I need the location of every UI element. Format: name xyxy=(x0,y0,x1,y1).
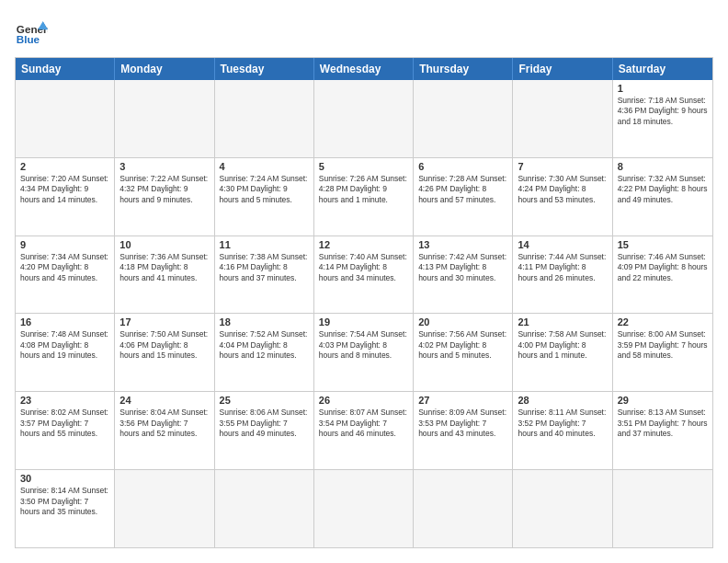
day-number: 29 xyxy=(618,395,708,406)
logo: General Blue xyxy=(15,15,48,48)
day-number: 28 xyxy=(518,395,607,406)
day-info: Sunrise: 7:18 AM Sunset: 4:36 PM Dayligh… xyxy=(618,96,708,127)
day-number: 10 xyxy=(119,239,209,250)
day-info: Sunrise: 8:13 AM Sunset: 3:51 PM Dayligh… xyxy=(618,408,708,439)
day-info: Sunrise: 7:20 AM Sunset: 4:34 PM Dayligh… xyxy=(20,174,109,205)
day-number: 5 xyxy=(319,161,408,172)
calendar-row-1: 2Sunrise: 7:20 AM Sunset: 4:34 PM Daylig… xyxy=(16,157,712,236)
calendar-cell: 18Sunrise: 7:52 AM Sunset: 4:04 PM Dayli… xyxy=(215,314,314,391)
day-info: Sunrise: 7:22 AM Sunset: 4:32 PM Dayligh… xyxy=(119,174,209,205)
calendar-cell: 10Sunrise: 7:36 AM Sunset: 4:18 PM Dayli… xyxy=(115,236,214,314)
day-number: 20 xyxy=(418,316,507,327)
svg-text:Blue: Blue xyxy=(17,33,40,45)
day-of-week-saturday: Saturday xyxy=(613,58,712,80)
calendar-cell: 14Sunrise: 7:44 AM Sunset: 4:11 PM Dayli… xyxy=(513,236,612,314)
day-number: 16 xyxy=(20,316,109,327)
calendar-cell xyxy=(215,80,314,157)
day-info: Sunrise: 7:24 AM Sunset: 4:30 PM Dayligh… xyxy=(220,174,309,205)
day-info: Sunrise: 7:50 AM Sunset: 4:06 PM Dayligh… xyxy=(119,329,209,361)
day-info: Sunrise: 8:04 AM Sunset: 3:56 PM Dayligh… xyxy=(119,408,209,439)
day-info: Sunrise: 7:54 AM Sunset: 4:03 PM Dayligh… xyxy=(319,329,408,361)
calendar-row-3: 16Sunrise: 7:48 AM Sunset: 4:08 PM Dayli… xyxy=(16,313,712,391)
calendar-cell xyxy=(115,80,214,157)
day-info: Sunrise: 7:56 AM Sunset: 4:02 PM Dayligh… xyxy=(418,329,507,361)
day-number: 27 xyxy=(418,395,507,406)
day-number: 30 xyxy=(20,473,109,484)
calendar-cell: 6Sunrise: 7:28 AM Sunset: 4:26 PM Daylig… xyxy=(414,158,513,236)
page: General Blue SundayMondayTuesdayWednesda… xyxy=(0,0,728,563)
day-number: 21 xyxy=(518,316,607,327)
calendar-row-4: 23Sunrise: 8:02 AM Sunset: 3:57 PM Dayli… xyxy=(16,391,712,469)
day-number: 13 xyxy=(418,239,507,250)
calendar-header: SundayMondayTuesdayWednesdayThursdayFrid… xyxy=(16,58,712,80)
day-info: Sunrise: 7:42 AM Sunset: 4:13 PM Dayligh… xyxy=(418,252,507,283)
day-number: 12 xyxy=(319,239,408,250)
day-number: 22 xyxy=(618,316,708,327)
day-of-week-monday: Monday xyxy=(115,58,214,80)
day-number: 18 xyxy=(220,316,309,327)
calendar: SundayMondayTuesdayWednesdayThursdayFrid… xyxy=(15,57,713,548)
calendar-cell: 23Sunrise: 8:02 AM Sunset: 3:57 PM Dayli… xyxy=(16,392,115,469)
calendar-cell xyxy=(115,470,214,547)
day-info: Sunrise: 7:46 AM Sunset: 4:09 PM Dayligh… xyxy=(618,252,708,283)
logo-icon: General Blue xyxy=(15,15,48,48)
day-number: 6 xyxy=(418,161,507,172)
day-number: 26 xyxy=(319,395,408,406)
day-info: Sunrise: 8:07 AM Sunset: 3:54 PM Dayligh… xyxy=(319,408,408,439)
calendar-cell xyxy=(16,80,115,157)
calendar-row-0: 1Sunrise: 7:18 AM Sunset: 4:36 PM Daylig… xyxy=(16,80,712,157)
day-info: Sunrise: 7:52 AM Sunset: 4:04 PM Dayligh… xyxy=(220,329,309,361)
calendar-cell: 4Sunrise: 7:24 AM Sunset: 4:30 PM Daylig… xyxy=(215,158,314,236)
calendar-cell: 19Sunrise: 7:54 AM Sunset: 4:03 PM Dayli… xyxy=(314,314,414,391)
calendar-cell xyxy=(314,470,414,547)
calendar-cell: 20Sunrise: 7:56 AM Sunset: 4:02 PM Dayli… xyxy=(414,314,513,391)
day-info: Sunrise: 7:44 AM Sunset: 4:11 PM Dayligh… xyxy=(518,252,607,283)
day-info: Sunrise: 7:28 AM Sunset: 4:26 PM Dayligh… xyxy=(418,174,507,205)
calendar-cell xyxy=(215,470,314,547)
calendar-cell: 11Sunrise: 7:38 AM Sunset: 4:16 PM Dayli… xyxy=(215,236,314,314)
day-number: 8 xyxy=(618,161,708,172)
calendar-row-5: 30Sunrise: 8:14 AM Sunset: 3:50 PM Dayli… xyxy=(16,469,712,547)
day-info: Sunrise: 7:34 AM Sunset: 4:20 PM Dayligh… xyxy=(20,252,109,283)
day-of-week-wednesday: Wednesday xyxy=(314,58,414,80)
day-info: Sunrise: 7:36 AM Sunset: 4:18 PM Dayligh… xyxy=(119,252,209,283)
day-info: Sunrise: 8:06 AM Sunset: 3:55 PM Dayligh… xyxy=(220,408,309,439)
day-number: 9 xyxy=(20,239,109,250)
calendar-cell: 12Sunrise: 7:40 AM Sunset: 4:14 PM Dayli… xyxy=(314,236,414,314)
day-number: 23 xyxy=(20,395,109,406)
day-number: 15 xyxy=(618,239,708,250)
day-info: Sunrise: 7:30 AM Sunset: 4:24 PM Dayligh… xyxy=(518,174,607,205)
header: General Blue xyxy=(15,15,713,48)
day-info: Sunrise: 7:48 AM Sunset: 4:08 PM Dayligh… xyxy=(20,329,109,361)
calendar-cell: 26Sunrise: 8:07 AM Sunset: 3:54 PM Dayli… xyxy=(314,392,414,469)
day-info: Sunrise: 8:11 AM Sunset: 3:52 PM Dayligh… xyxy=(518,408,607,439)
day-number: 4 xyxy=(220,161,309,172)
calendar-cell: 5Sunrise: 7:26 AM Sunset: 4:28 PM Daylig… xyxy=(314,158,414,236)
calendar-row-2: 9Sunrise: 7:34 AM Sunset: 4:20 PM Daylig… xyxy=(16,236,712,314)
calendar-cell: 24Sunrise: 8:04 AM Sunset: 3:56 PM Dayli… xyxy=(115,392,214,469)
day-of-week-friday: Friday xyxy=(513,58,612,80)
day-of-week-sunday: Sunday xyxy=(16,58,115,80)
day-of-week-thursday: Thursday xyxy=(414,58,513,80)
calendar-body: 1Sunrise: 7:18 AM Sunset: 4:36 PM Daylig… xyxy=(16,80,712,547)
calendar-cell: 1Sunrise: 7:18 AM Sunset: 4:36 PM Daylig… xyxy=(613,80,712,157)
calendar-cell: 17Sunrise: 7:50 AM Sunset: 4:06 PM Dayli… xyxy=(115,314,214,391)
day-info: Sunrise: 7:58 AM Sunset: 4:00 PM Dayligh… xyxy=(518,329,607,361)
calendar-cell: 27Sunrise: 8:09 AM Sunset: 3:53 PM Dayli… xyxy=(414,392,513,469)
calendar-cell: 9Sunrise: 7:34 AM Sunset: 4:20 PM Daylig… xyxy=(16,236,115,314)
calendar-cell: 16Sunrise: 7:48 AM Sunset: 4:08 PM Dayli… xyxy=(16,314,115,391)
calendar-cell: 25Sunrise: 8:06 AM Sunset: 3:55 PM Dayli… xyxy=(215,392,314,469)
calendar-cell: 28Sunrise: 8:11 AM Sunset: 3:52 PM Dayli… xyxy=(513,392,612,469)
day-number: 1 xyxy=(618,83,708,94)
day-number: 25 xyxy=(220,395,309,406)
day-info: Sunrise: 8:09 AM Sunset: 3:53 PM Dayligh… xyxy=(418,408,507,439)
day-number: 14 xyxy=(518,239,607,250)
calendar-cell: 2Sunrise: 7:20 AM Sunset: 4:34 PM Daylig… xyxy=(16,158,115,236)
calendar-cell: 7Sunrise: 7:30 AM Sunset: 4:24 PM Daylig… xyxy=(513,158,612,236)
day-info: Sunrise: 8:02 AM Sunset: 3:57 PM Dayligh… xyxy=(20,408,109,439)
day-info: Sunrise: 8:14 AM Sunset: 3:50 PM Dayligh… xyxy=(20,486,109,517)
day-info: Sunrise: 7:38 AM Sunset: 4:16 PM Dayligh… xyxy=(220,252,309,283)
calendar-cell: 22Sunrise: 8:00 AM Sunset: 3:59 PM Dayli… xyxy=(613,314,712,391)
day-of-week-tuesday: Tuesday xyxy=(215,58,314,80)
day-number: 2 xyxy=(20,161,109,172)
